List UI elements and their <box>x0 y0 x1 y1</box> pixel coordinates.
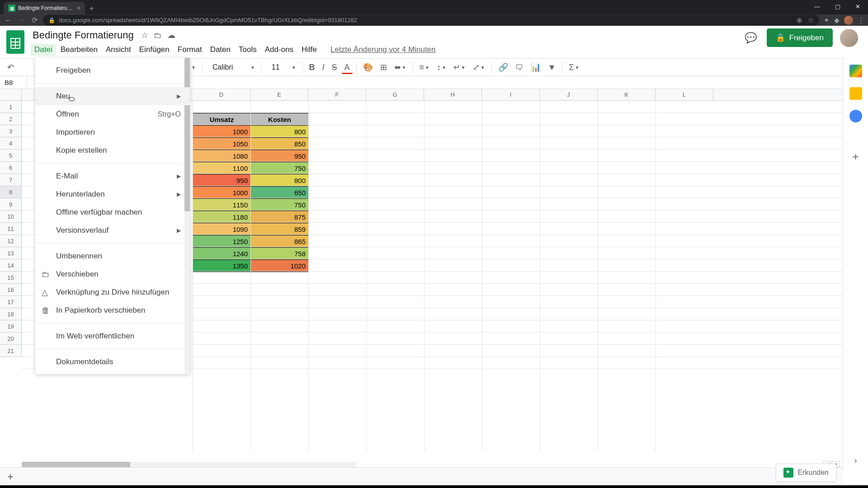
menu-item-im-web-veröffentlichen[interactable]: Im Web veröffentlichen <box>35 327 190 345</box>
row-header-2[interactable]: 2 <box>0 113 21 125</box>
col-header-J[interactable]: J <box>540 89 598 101</box>
text-color-button[interactable]: A <box>342 61 353 74</box>
col-header-K[interactable]: K <box>598 89 656 101</box>
zoom-icon[interactable]: ⊕ <box>797 16 802 24</box>
tab-close-icon[interactable]: × <box>77 5 80 12</box>
col-header-F[interactable]: F <box>308 89 366 101</box>
row-header-6[interactable]: 6 <box>0 162 21 174</box>
menu-item-dokumentdetails[interactable]: Dokumentdetails <box>35 353 190 371</box>
menu-item-versionsverlauf[interactable]: Versionsverlauf▶ <box>35 221 190 239</box>
menu-item-freigeben[interactable]: Freigeben <box>35 61 190 80</box>
add-sheet-button[interactable]: + <box>0 470 21 483</box>
filter-button[interactable]: ▼ <box>545 61 559 74</box>
col-header-E[interactable]: E <box>250 89 308 101</box>
menu-datei[interactable]: Datei <box>31 44 56 56</box>
window-minimize[interactable]: — <box>807 0 827 13</box>
window-maximize[interactable]: ▢ <box>827 0 848 13</box>
bold-button[interactable]: B <box>307 61 318 74</box>
font-size-selector[interactable]: 11▼ <box>265 61 299 73</box>
italic-button[interactable]: I <box>320 61 327 74</box>
profile-avatar[interactable] <box>844 16 853 25</box>
menu-item-importieren[interactable]: Importieren <box>35 123 190 141</box>
col-header-I[interactable]: I <box>482 89 540 101</box>
address-bar[interactable]: 🔒 docs.google.com/spreadsheets/d/1W8QZAM… <box>43 15 819 26</box>
row-header-13[interactable]: 13 <box>0 247 21 259</box>
last-edit-link[interactable]: Letzte Änderung vor 4 Minuten <box>330 45 435 54</box>
strike-button[interactable]: S <box>329 61 340 74</box>
fill-color-button[interactable]: 🎨 <box>360 61 376 74</box>
forward-button[interactable]: → <box>17 15 26 25</box>
row-header-15[interactable]: 15 <box>0 272 21 284</box>
row-header-20[interactable]: 20 <box>0 333 21 345</box>
row-header-9[interactable]: 9 <box>0 198 21 211</box>
wrap-button[interactable]: ↵▼ <box>451 61 468 74</box>
menu-daten[interactable]: Daten <box>207 44 234 56</box>
row-header-16[interactable]: 16 <box>0 284 21 296</box>
row-header-12[interactable]: 12 <box>0 235 21 247</box>
extensions-icon[interactable]: ✦ <box>824 16 830 24</box>
row-header-19[interactable]: 19 <box>0 320 21 333</box>
functions-button[interactable]: Σ▼ <box>566 61 582 74</box>
menu-format[interactable]: Format <box>174 44 206 56</box>
row-header-7[interactable]: 7 <box>0 174 21 186</box>
undo-button[interactable]: ↶ <box>5 61 17 74</box>
browser-tab[interactable]: ▦ Bedingte Formatierung - Google × <box>4 2 85 14</box>
row-header-1[interactable]: 1 <box>0 101 21 113</box>
menu-bearbeiten[interactable]: Bearbeiten <box>57 44 101 56</box>
move-icon[interactable]: 🗀 <box>154 31 162 40</box>
menu-einfügen[interactable]: Einfügen <box>136 44 173 56</box>
menu-item-verschieben[interactable]: 🗀Verschieben <box>35 265 190 283</box>
extension2-icon[interactable]: ◆ <box>834 16 840 24</box>
menu-item-in-papierkorb-verschieben[interactable]: 🗑In Papierkorb verschieben <box>35 301 190 319</box>
row-header-11[interactable]: 11 <box>0 223 21 235</box>
row-header-14[interactable]: 14 <box>0 259 21 272</box>
menu-item-e-mail[interactable]: E-Mail▶ <box>35 167 190 185</box>
col-header-L[interactable]: L <box>656 89 713 101</box>
menu-hilfe[interactable]: Hilfe <box>298 44 321 56</box>
row-header-3[interactable]: 3 <box>0 125 21 137</box>
valign-button[interactable]: ↕▼ <box>434 61 449 74</box>
back-button[interactable]: ← <box>4 15 13 25</box>
menu-add-ons[interactable]: Add-ons <box>261 44 297 56</box>
rotate-button[interactable]: ⤢▼ <box>470 61 488 74</box>
name-box[interactable]: B8 <box>0 76 27 89</box>
link-button[interactable]: 🔗 <box>495 61 511 74</box>
borders-button[interactable]: ⊞ <box>377 61 390 74</box>
menu-tools[interactable]: Tools <box>235 44 260 56</box>
horizontal-scrollbar[interactable] <box>22 462 356 467</box>
menu-item-kopie-erstellen[interactable]: Kopie erstellen <box>35 141 190 160</box>
explore-button[interactable]: Erkunden <box>776 464 837 482</box>
reload-button[interactable]: ⟳ <box>31 15 38 25</box>
account-avatar[interactable] <box>840 29 858 47</box>
comments-button[interactable]: 💬 <box>741 29 760 47</box>
merge-button[interactable]: ⬌▼ <box>392 61 409 74</box>
bookmark-icon[interactable]: ☆ <box>808 16 814 24</box>
chart-button[interactable]: 📊 <box>528 61 543 74</box>
keep-icon[interactable] <box>849 87 862 100</box>
col-header-G[interactable]: G <box>366 89 424 101</box>
menu-item-offline-verfügbar-machen[interactable]: Offline verfügbar machen <box>35 203 190 221</box>
col-header-D[interactable]: D <box>193 89 250 101</box>
menu-item-umbenennen[interactable]: Umbenennen <box>35 247 190 265</box>
halign-button[interactable]: ≡▼ <box>417 61 432 74</box>
add-addon-icon[interactable]: + <box>852 150 859 163</box>
collapse-sidepanel-icon[interactable]: › <box>854 456 857 465</box>
comment-button[interactable]: 🗨 <box>513 61 526 74</box>
chrome-menu-icon[interactable]: ⋮ <box>858 16 864 24</box>
star-icon[interactable]: ☆ <box>141 30 148 40</box>
row-header-5[interactable]: 5 <box>0 150 21 162</box>
menu-item-öffnen[interactable]: ÖffnenStrg+O <box>35 105 190 123</box>
share-button[interactable]: 🔒 Freigeben <box>767 28 833 47</box>
doc-title[interactable]: Bedingte Formatierung <box>31 28 136 42</box>
menu-item-neu[interactable]: Neu▶ <box>35 87 190 105</box>
font-selector[interactable]: Calibri▼ <box>206 61 258 73</box>
menu-ansicht[interactable]: Ansicht <box>102 44 135 56</box>
col-header-H[interactable]: H <box>424 89 482 101</box>
row-header-17[interactable]: 17 <box>0 296 21 308</box>
select-all-corner[interactable] <box>0 89 22 101</box>
new-tab-button[interactable]: + <box>85 3 98 14</box>
row-header-4[interactable]: 4 <box>0 137 21 150</box>
sheets-logo[interactable] <box>6 30 24 54</box>
row-header-21[interactable]: 21 <box>0 345 21 357</box>
cloud-icon[interactable]: ☁ <box>167 30 175 40</box>
